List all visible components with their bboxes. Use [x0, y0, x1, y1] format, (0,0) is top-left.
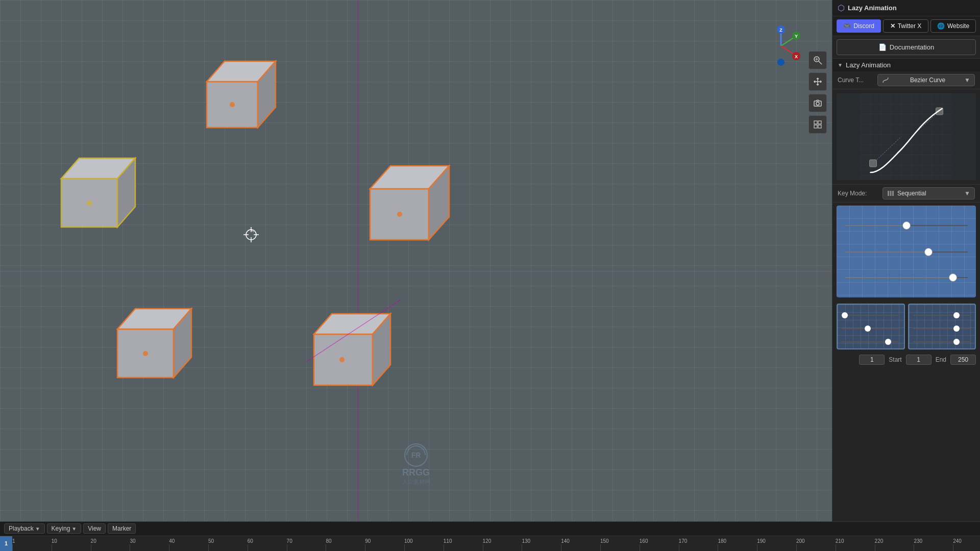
pan-tool-btn[interactable]: [808, 72, 827, 91]
ruler-tick-label: 240: [953, 538, 962, 544]
svg-point-42: [816, 102, 819, 105]
keying-label: Keying: [52, 525, 70, 532]
doc-label: Documentation: [890, 43, 934, 51]
svg-rect-46: [818, 125, 821, 128]
end-frame-input[interactable]: [950, 355, 976, 365]
small-thumb-1-1[interactable]: [842, 312, 848, 318]
curve-type-label: Curve T...: [838, 77, 873, 84]
end-label: End: [936, 356, 946, 363]
ruler-tick-label: 10: [52, 538, 57, 544]
ruler-tick-label: 160: [640, 538, 648, 544]
start-label: Start: [889, 356, 901, 363]
small-thumb-2-1[interactable]: [953, 312, 960, 318]
key-mode-arrow: ▼: [964, 190, 970, 197]
curve-type-row: Curve T... Bezier Curve ▼: [832, 71, 980, 89]
curve-dropdown-arrow: ▼: [964, 77, 970, 84]
small-thumb-2-3[interactable]: [953, 339, 960, 345]
svg-rect-43: [814, 121, 817, 124]
current-frame-input[interactable]: [859, 355, 885, 365]
current-frame-number: 1: [5, 540, 8, 546]
discord-icon: 🎮: [843, 22, 851, 30]
ruler-tick-line: [718, 544, 718, 551]
ruler-tick-line: [757, 544, 757, 551]
svg-rect-60: [892, 191, 894, 196]
ruler-tick-line: [208, 544, 209, 551]
ruler-tick-label: 130: [522, 538, 530, 544]
panel-title: Lazy Animation: [848, 4, 897, 12]
small-diagram-2: [908, 304, 976, 349]
seq-thumb-3[interactable]: [949, 273, 957, 282]
small-diag-1-track-3: [842, 341, 900, 342]
right-panel: ⬡ Lazy Animation 🎮 Discord ✕ Twitter X 🌐…: [832, 0, 980, 521]
view-menu-button[interactable]: View: [83, 523, 106, 534]
playback-menu-button[interactable]: Playback ▼: [4, 523, 45, 534]
3d-cursor: [243, 227, 259, 242]
marker-menu-button[interactable]: Marker: [108, 523, 136, 534]
ruler-tick-line: [130, 544, 130, 551]
ruler-tick-line: [836, 544, 836, 551]
twitter-icon: ✕: [890, 22, 895, 30]
svg-point-3: [230, 102, 235, 107]
ruler-tick-line: [600, 544, 601, 551]
ruler-tick-line: [679, 544, 679, 551]
social-buttons-row: 🎮 Discord ✕ Twitter X 🌐 Website: [832, 16, 980, 36]
curve-type-dropdown[interactable]: Bezier Curve ▼: [877, 74, 975, 86]
key-mode-row: Key Mode: Sequential ▼: [832, 184, 980, 203]
ruler-tick-label: 100: [404, 538, 413, 544]
small-diagrams-row: [837, 304, 976, 349]
keying-menu-button[interactable]: Keying ▼: [47, 523, 82, 534]
ruler-tick-line: [287, 544, 287, 551]
ruler-tick-label: 180: [718, 538, 726, 544]
ruler-tick-label: 80: [326, 538, 331, 544]
ruler-tick-label: 70: [287, 538, 292, 544]
ruler-tick-label: 220: [875, 538, 884, 544]
ruler-tick-line: [522, 544, 522, 551]
current-frame-indicator[interactable]: 1: [0, 536, 12, 551]
small-diag-2-track-3: [913, 341, 971, 342]
svg-point-36: [777, 59, 785, 66]
svg-rect-58: [888, 191, 889, 196]
start-frame-input[interactable]: [906, 355, 932, 365]
seq-track-1: [845, 225, 968, 226]
svg-text:X: X: [795, 54, 798, 59]
ruler-tick-line: [483, 544, 483, 551]
ruler-tick-label: 140: [561, 538, 570, 544]
lazy-animation-section[interactable]: ▼ Lazy Animation: [832, 58, 980, 71]
ruler-tick-line: [169, 544, 169, 551]
playback-arrow: ▼: [35, 526, 40, 532]
ruler-tick-line: [640, 544, 640, 551]
key-mode-value: Sequential: [897, 190, 926, 197]
ruler-tick-label: 30: [130, 538, 135, 544]
grid-tool-btn[interactable]: [808, 115, 827, 134]
ruler-tick-line: [914, 544, 914, 551]
small-thumb-1-2[interactable]: [865, 325, 871, 332]
small-thumb-1-3[interactable]: [885, 339, 891, 345]
documentation-button[interactable]: 📄 Documentation: [837, 39, 976, 55]
small-diagram-1: [837, 304, 905, 349]
ruler-tick-line: [365, 544, 365, 551]
axis-line-horizontal: [0, 271, 832, 271]
seq-thumb-1[interactable]: [902, 221, 911, 230]
cube-right: [362, 143, 464, 255]
svg-text:FR: FR: [411, 451, 421, 459]
timeline-ruler[interactable]: 1 11020304050607080901001101201301401501…: [0, 536, 980, 551]
seq-thumb-2[interactable]: [924, 248, 933, 256]
viewport-3d[interactable]: Z Y X: [0, 0, 832, 521]
svg-point-11: [397, 212, 402, 217]
website-button[interactable]: 🌐 Website: [930, 19, 976, 33]
watermark: FR RRGG 人众素材网: [385, 442, 447, 486]
twitter-button[interactable]: ✕ Twitter X: [883, 19, 928, 33]
discord-button[interactable]: 🎮 Discord: [837, 19, 881, 33]
ruler-tick-label: 150: [600, 538, 609, 544]
zoom-tool-btn[interactable]: [808, 51, 827, 69]
ruler-tick-label: 1: [12, 538, 15, 544]
ruler-tick-label: 190: [757, 538, 766, 544]
key-mode-dropdown[interactable]: Sequential ▼: [883, 187, 975, 199]
camera-tool-btn[interactable]: [808, 94, 827, 112]
ruler-tick-label: 120: [483, 538, 492, 544]
ruler-tick-line: [248, 544, 248, 551]
sequential-icon: [887, 190, 894, 197]
svg-rect-45: [814, 125, 817, 128]
small-thumb-2-2[interactable]: [953, 325, 960, 332]
orientation-gizmo[interactable]: Z Y X: [761, 26, 801, 66]
